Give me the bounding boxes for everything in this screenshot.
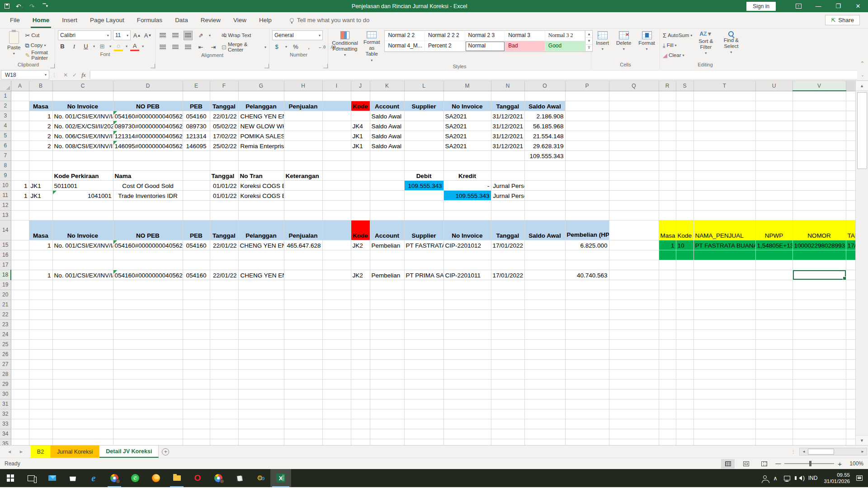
cell-A16[interactable] xyxy=(11,250,29,260)
cell-W18[interactable] xyxy=(846,270,855,280)
cell-S18[interactable] xyxy=(676,270,693,280)
cell-N28[interactable] xyxy=(491,369,524,379)
cell-Q31[interactable] xyxy=(609,399,659,409)
cell-B11[interactable]: JK1 xyxy=(29,190,52,200)
col-header-O[interactable]: O xyxy=(524,81,565,91)
cell-I2[interactable] xyxy=(322,101,351,111)
cell-C18[interactable]: No. 001/CSI/EX/INV/I/202 xyxy=(52,270,113,280)
cell-E16[interactable] xyxy=(183,250,210,260)
cell-I27[interactable] xyxy=(322,359,351,369)
cell-U27[interactable] xyxy=(755,359,793,369)
cell-O9[interactable] xyxy=(524,170,565,180)
cell-F13[interactable] xyxy=(210,210,238,220)
cell-A18[interactable] xyxy=(11,270,29,280)
cell-O12[interactable] xyxy=(524,200,565,210)
cell-L12[interactable] xyxy=(404,200,443,210)
cell-N20[interactable] xyxy=(491,290,524,300)
cell-Q33[interactable] xyxy=(609,419,659,429)
cell-E29[interactable] xyxy=(183,379,210,389)
col-header-S[interactable]: S xyxy=(676,81,693,91)
cell-W26[interactable] xyxy=(846,349,855,359)
cell-O25[interactable] xyxy=(524,339,565,349)
cell-M25[interactable] xyxy=(443,339,491,349)
cell-U31[interactable] xyxy=(755,399,793,409)
cell-N2[interactable]: Tanggal xyxy=(491,101,524,111)
cell-W13[interactable] xyxy=(846,210,855,220)
cell-V27[interactable] xyxy=(793,359,846,369)
cell-S35[interactable] xyxy=(676,439,693,445)
cell-N27[interactable] xyxy=(491,359,524,369)
cell-S25[interactable] xyxy=(676,339,693,349)
align-right-icon[interactable] xyxy=(184,42,193,52)
cell-L32[interactable] xyxy=(404,409,443,419)
increase-font-size-button[interactable]: A▲ xyxy=(132,31,142,40)
cell-A14[interactable] xyxy=(11,220,29,240)
col-header-I[interactable]: I xyxy=(322,81,351,91)
cell-P8[interactable] xyxy=(565,160,609,170)
cell-T2[interactable] xyxy=(693,101,755,111)
delete-cells-button[interactable]: Delete▾ xyxy=(613,30,634,52)
sheet-tab-detail-jv-koreksi[interactable]: Detail JV Koreksi xyxy=(99,446,159,458)
cell-H29[interactable] xyxy=(284,379,322,389)
cell-O8[interactable] xyxy=(524,160,565,170)
restore-button[interactable]: ❐ xyxy=(828,0,848,12)
cell-J25[interactable] xyxy=(351,339,370,349)
cell-V26[interactable] xyxy=(793,349,846,359)
cell-P12[interactable] xyxy=(565,200,609,210)
cell-E3[interactable]: 054160 xyxy=(183,111,210,121)
cell-O2[interactable]: Saldo Awal xyxy=(524,101,565,111)
cell-H1[interactable] xyxy=(284,91,322,101)
cell-L30[interactable] xyxy=(404,389,443,399)
cell-G13[interactable] xyxy=(238,210,284,220)
scroll-right-icon[interactable]: ► xyxy=(859,450,867,454)
cell-G10[interactable]: Koreksi COGS Bulan Jan 2022 tambahan dar… xyxy=(238,180,284,190)
col-header-B[interactable]: B xyxy=(29,81,52,91)
cell-Q14[interactable] xyxy=(609,220,659,240)
cell-D14[interactable]: NO PEB xyxy=(113,220,183,240)
people-icon[interactable] xyxy=(763,475,767,479)
zoom-out-icon[interactable]: — xyxy=(775,460,781,467)
cell-R28[interactable] xyxy=(659,369,676,379)
cell-R9[interactable] xyxy=(659,170,676,180)
sort-filter-button[interactable]: AZ▼ Sort & Filter▾ xyxy=(694,30,717,56)
cell-I35[interactable] xyxy=(322,439,351,445)
cell-D24[interactable] xyxy=(113,329,183,339)
cell-G22[interactable] xyxy=(238,310,284,319)
cell-F2[interactable]: Tanggal xyxy=(210,101,238,111)
cell-A29[interactable] xyxy=(11,379,29,389)
cell-K25[interactable] xyxy=(370,339,404,349)
italic-button[interactable]: I xyxy=(70,42,79,51)
wrap-text-button[interactable]: ab̲ Wrap Text xyxy=(222,30,251,40)
cell-T26[interactable] xyxy=(693,349,755,359)
cell-N17[interactable] xyxy=(491,260,524,270)
cell-O34[interactable] xyxy=(524,429,565,439)
cell-D32[interactable] xyxy=(113,409,183,419)
font-dialog-launcher-icon[interactable] xyxy=(151,64,155,68)
cell-Q13[interactable] xyxy=(609,210,659,220)
cell-H24[interactable] xyxy=(284,329,322,339)
cell-V18[interactable] xyxy=(793,270,846,280)
cell-K19[interactable] xyxy=(370,280,404,290)
cell-Q15[interactable] xyxy=(609,240,659,250)
cell-L26[interactable] xyxy=(404,349,443,359)
horizontal-scroll-thumb[interactable] xyxy=(808,449,834,455)
ribbon-display-options-icon[interactable]: ↑ xyxy=(788,0,808,12)
cell-N3[interactable]: 31/12/2021 xyxy=(491,111,524,121)
taskbar-opera-icon[interactable]: O xyxy=(187,469,208,487)
cell-H17[interactable] xyxy=(284,260,322,270)
cell-U34[interactable] xyxy=(755,429,793,439)
cell-S8[interactable] xyxy=(676,160,693,170)
cell-R10[interactable] xyxy=(659,180,676,190)
row-header-13[interactable]: 13 xyxy=(0,210,11,220)
cell-N4[interactable]: 31/12/2021 xyxy=(491,121,524,131)
row-header-15[interactable]: 15 xyxy=(0,240,11,250)
cell-A23[interactable] xyxy=(11,319,29,329)
page-break-view-button[interactable] xyxy=(757,459,771,469)
cell-G32[interactable] xyxy=(238,409,284,419)
cell-W22[interactable] xyxy=(846,310,855,319)
cell-Q23[interactable] xyxy=(609,319,659,329)
cell-A26[interactable] xyxy=(11,349,29,359)
cell-E5[interactable]: 121314 xyxy=(183,131,210,141)
cell-A3[interactable] xyxy=(11,111,29,121)
cell-M13[interactable] xyxy=(443,210,491,220)
